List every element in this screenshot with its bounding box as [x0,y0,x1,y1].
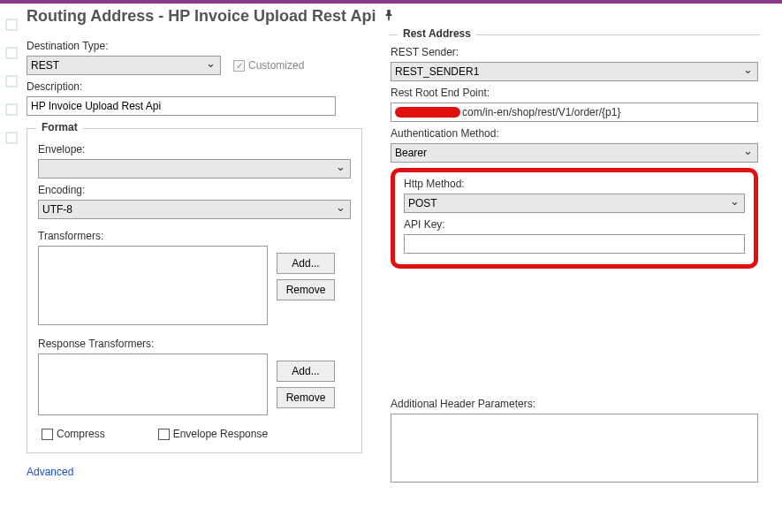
encoding-select[interactable]: UTF-8 [38,200,351,219]
auth-method-label: Authentication Method: [391,127,758,140]
checkbox-icon [42,429,53,440]
destination-type-select[interactable]: REST [27,56,221,75]
customized-label: Customized [248,59,304,72]
response-transformers-listbox[interactable] [38,353,268,415]
transformers-label: Transformers: [38,230,351,242]
tool-icon [4,46,19,60]
additional-headers-label: Additional Header Parameters: [391,398,758,410]
redacted-domain [395,107,460,118]
tool-icon [4,131,19,145]
svg-rect-0 [6,19,17,30]
compress-label: Compress [57,428,105,440]
response-transformers-remove-button[interactable]: Remove [277,387,335,408]
api-key-input[interactable] [404,234,745,254]
customized-checkbox: ✓ Customized [233,59,304,72]
rest-sender-label: REST Sender: [391,46,758,58]
transformers-listbox[interactable] [38,246,268,325]
format-fieldset: Format Envelope: Encoding: UTF-8 Transfo… [27,128,362,453]
svg-rect-2 [6,76,17,87]
svg-rect-1 [6,48,17,58]
auth-method-select[interactable]: Bearer [391,143,758,163]
api-key-label: API Key: [404,218,745,231]
response-transformers-label: Response Transformers: [38,338,351,350]
http-method-label: Http Method: [404,178,745,190]
svg-rect-4 [6,133,17,143]
format-legend: Format [36,121,83,133]
envelope-label: Envelope: [38,143,351,156]
checkbox-icon [158,429,170,440]
advanced-link[interactable]: Advanced [27,466,73,478]
rest-sender-select[interactable]: REST_SENDER1 [391,62,758,81]
left-tool-strip [0,4,23,491]
response-transformers-add-button[interactable]: Add... [277,361,335,382]
page-title: Routing Address - HP Invoice Upload Rest… [27,7,376,26]
svg-rect-3 [6,104,17,115]
highlight-box: Http Method: POST API Key: [391,168,758,269]
tool-icon [4,74,19,88]
rest-address-legend: Rest Address [398,27,476,40]
transformers-add-button[interactable]: Add... [277,253,335,274]
description-label: Description: [27,80,362,93]
root-endpoint-input[interactable]: com/in-en/shop/rest/V1/order/{p1} [391,103,758,122]
root-endpoint-label: Rest Root End Point: [391,87,758,99]
envelope-response-checkbox[interactable]: Envelope Response [158,428,268,440]
check-icon: ✓ [233,60,245,72]
destination-type-label: Destination Type: [27,40,362,52]
envelope-select[interactable] [38,159,351,179]
pin-icon[interactable] [383,9,395,24]
tool-icon [4,18,19,32]
compress-checkbox[interactable]: Compress [42,428,105,440]
top-accent-bar [0,0,782,4]
http-method-select[interactable]: POST [404,194,745,213]
description-input[interactable] [27,96,336,116]
envelope-response-label: Envelope Response [173,428,268,440]
tool-icon [4,103,19,117]
root-endpoint-tail: com/in-en/shop/rest/V1/order/{p1} [462,106,620,118]
encoding-label: Encoding: [38,184,351,196]
additional-headers-textarea[interactable] [391,414,758,483]
transformers-remove-button[interactable]: Remove [277,279,335,300]
rest-address-fieldset: Rest Address REST Sender: REST_SENDER1 R… [389,34,760,483]
